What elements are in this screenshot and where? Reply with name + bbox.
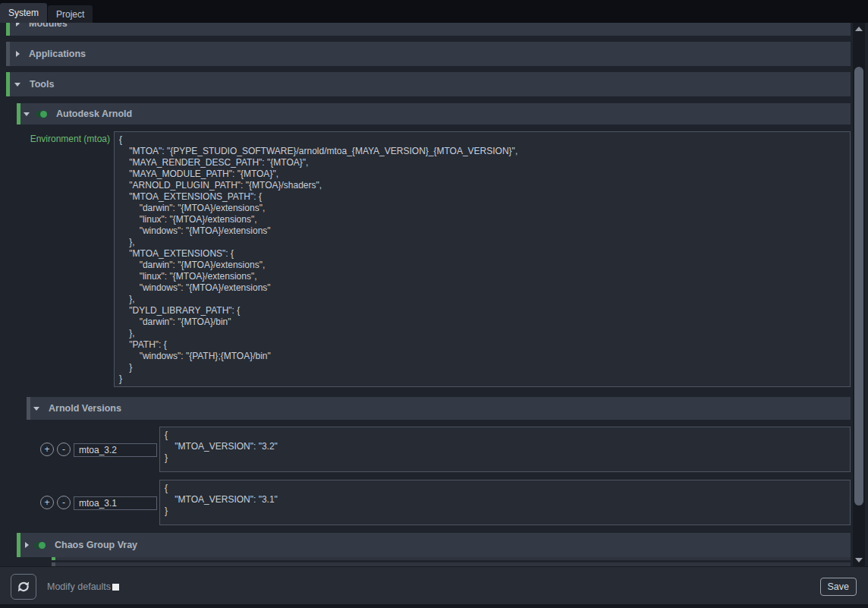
refresh-button[interactable] — [11, 574, 36, 600]
section-title: Applications — [29, 49, 86, 59]
enabled-toggle[interactable] — [36, 111, 47, 118]
modified-indicator-strip — [17, 103, 20, 124]
tab-project[interactable]: Project — [48, 5, 93, 23]
remove-version-button[interactable]: - — [57, 443, 71, 456]
section-header-applications[interactable]: Applications — [6, 42, 851, 66]
section-header-autodesk-arnold[interactable]: Autodesk Arnold — [17, 103, 851, 124]
window-bottom-edge — [0, 604, 868, 608]
version-env-editor[interactable]: { "MTOA_VERSION": "3.2" } — [159, 427, 851, 472]
enabled-toggle[interactable] — [34, 542, 46, 549]
section-title: Tools — [30, 79, 54, 90]
chevron-right-icon[interactable] — [16, 23, 20, 27]
tab-bar: System Project — [0, 0, 868, 23]
modify-defaults-checkbox[interactable] — [112, 584, 119, 591]
refresh-icon — [17, 580, 30, 594]
chevron-down-icon[interactable] — [14, 83, 20, 87]
modified-indicator-strip — [6, 23, 10, 36]
toggle-knob-icon — [39, 542, 46, 549]
modified-indicator-strip — [52, 557, 55, 560]
partial-next-row[interactable] — [52, 557, 851, 560]
section-title: Chaos Group Vray — [55, 540, 137, 550]
chevron-down-icon[interactable] — [33, 407, 39, 411]
modified-indicator-strip — [17, 533, 20, 557]
chevron-right-icon[interactable] — [25, 542, 29, 548]
chevron-down-icon[interactable] — [24, 112, 30, 116]
settings-window: Modules Applications Tools Autodesk Arno… — [0, 0, 868, 608]
triangle-up-icon — [855, 27, 863, 31]
add-version-button[interactable]: + — [40, 443, 54, 456]
vertical-scrollbar[interactable] — [853, 23, 865, 566]
section-title: Arnold Versions — [49, 403, 121, 414]
version-name-input[interactable] — [74, 443, 157, 457]
unmodified-indicator-strip — [27, 397, 30, 420]
section-header-modules[interactable]: Modules — [6, 23, 851, 36]
section-header-arnold-versions[interactable]: Arnold Versions — [27, 397, 851, 420]
section-header-chaos-group-vray[interactable]: Chaos Group Vray — [17, 533, 851, 557]
footer-bar: Modify defaults Save — [0, 566, 868, 608]
modified-indicator-strip — [6, 72, 10, 96]
save-button[interactable]: Save — [820, 578, 857, 596]
scroll-down-button[interactable] — [853, 554, 865, 566]
section-title: Autodesk Arnold — [56, 109, 132, 119]
section-title: Modules — [29, 23, 68, 29]
scroll-up-button[interactable] — [853, 23, 865, 35]
version-name-input[interactable] — [74, 496, 157, 510]
scrollbar-thumb[interactable] — [854, 67, 863, 506]
toggle-knob-icon — [40, 111, 47, 118]
environment-mtoa-editor[interactable]: { "MTOA": "{PYPE_STUDIO_SOFTWARE}/arnold… — [114, 131, 851, 387]
tab-system[interactable]: System — [0, 3, 47, 23]
unmodified-indicator-strip — [6, 42, 10, 66]
triangle-down-icon — [855, 558, 863, 562]
chevron-right-icon[interactable] — [16, 51, 20, 57]
version-env-editor[interactable]: { "MTOA_VERSION": "3.1" } — [159, 480, 851, 525]
tab-label: Project — [56, 9, 84, 20]
environment-mtoa-label: Environment (mtoa) — [0, 134, 110, 144]
settings-scroll-area: Modules Applications Tools Autodesk Arno… — [0, 23, 868, 566]
remove-version-button[interactable]: - — [57, 496, 71, 509]
add-version-button[interactable]: + — [40, 496, 54, 509]
section-header-tools[interactable]: Tools — [6, 72, 851, 96]
tab-label: System — [8, 8, 39, 18]
modify-defaults-label: Modify defaults — [47, 581, 111, 592]
